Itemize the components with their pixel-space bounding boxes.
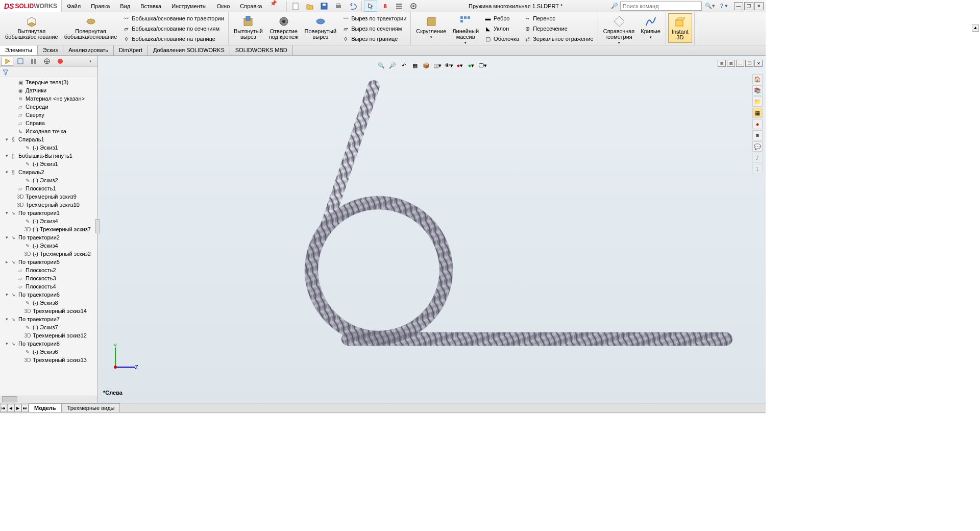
help-icon[interactable]: ? ▾ <box>720 3 728 9</box>
doc-minimize[interactable]: — <box>736 60 744 67</box>
tree-item[interactable]: ▱Сверху <box>0 111 97 119</box>
status-help-icon[interactable]: ⊘ <box>758 413 763 414</box>
feature-tree[interactable]: ▲ ▣Твердые тела(3)◉Датчики≋Материал <не … <box>0 77 97 396</box>
draft-button[interactable]: ◣Уклон <box>482 24 521 33</box>
display-manager-tab[interactable] <box>54 57 66 66</box>
curves-button[interactable]: Кривые▾ <box>638 13 664 42</box>
rebuild-button[interactable]: 8 <box>378 1 391 12</box>
tab-sketch[interactable]: Эскиз <box>38 45 63 55</box>
cut-extrude-button[interactable]: Вытянутый вырез <box>231 13 266 42</box>
tree-item[interactable]: ▾§Спираль2 <box>0 168 97 176</box>
design-library-icon[interactable]: 📚 <box>752 85 763 95</box>
resources-icon[interactable]: 🏠 <box>752 74 763 84</box>
tree-item[interactable]: 3DТрехмерный эскиз12 <box>0 331 97 340</box>
view-palette-icon[interactable]: ▦ <box>752 108 763 118</box>
minimize-button[interactable]: — <box>734 2 743 10</box>
options-button[interactable] <box>393 1 406 12</box>
tab-nav-first[interactable]: ⏮ <box>0 404 7 412</box>
status-arrow-icon[interactable]: ▴ <box>753 413 756 414</box>
expand-tab[interactable]: › <box>84 57 96 66</box>
extrude-boss-button[interactable]: Вытянутая бобышка/основание <box>2 13 61 42</box>
tree-item[interactable]: ✎(-) Эскиз7 <box>0 323 97 331</box>
tree-item[interactable]: 3DТрехмерный эскиз9 <box>0 192 97 201</box>
tree-item[interactable]: ✎(-) Эскиз8 <box>0 299 97 307</box>
tree-item[interactable]: ✎(-) Эскиз4 <box>0 217 97 225</box>
splitter-handle[interactable] <box>95 219 100 233</box>
tree-item[interactable]: ▱Плоскость3 <box>0 274 97 282</box>
undo-button[interactable] <box>346 1 359 12</box>
print-button[interactable] <box>332 1 345 12</box>
tab-nav-prev[interactable]: ◀ <box>7 404 14 412</box>
loft-boss-button[interactable]: ▱Бобышка/основание по сечениям <box>120 24 226 33</box>
hole-wizard-button[interactable]: Отверстие под крепеж <box>266 13 302 42</box>
search-glass-icon[interactable]: 🔍▾ <box>705 3 715 9</box>
tree-item[interactable]: ◉Датчики <box>0 86 97 94</box>
select-button[interactable] <box>364 1 377 12</box>
appearances-icon[interactable]: ● <box>752 119 763 129</box>
cut-sweep-button[interactable]: 〰Вырез по траектории <box>339 14 408 23</box>
tree-item[interactable]: ✎(-) Эскиз1 <box>0 143 97 152</box>
tab-addins[interactable]: Добавления SOLIDWORKS <box>148 45 230 55</box>
tab-evaluate[interactable]: Анализировать <box>63 45 114 55</box>
instant-3d-button[interactable]: Instant 3D <box>668 13 692 43</box>
doc-restore[interactable]: ❐ <box>745 60 753 67</box>
close-button[interactable]: ✕ <box>754 2 764 10</box>
tree-item[interactable]: ▱Спереди <box>0 103 97 111</box>
tree-item[interactable]: ▾∿По траектории6 <box>0 291 97 299</box>
tree-item[interactable]: ↳Исходная точка <box>0 127 97 135</box>
tab-mbd[interactable]: SOLIDWORKS MBD <box>230 45 293 55</box>
tree-item[interactable]: ▾∿По траектории1 <box>0 209 97 217</box>
view-triad[interactable]: Y Z <box>108 344 139 374</box>
ref-geometry-button[interactable]: Справочная геометрия▾ <box>600 13 638 47</box>
tree-item[interactable]: 3D(-) Трехмерный эскиз2 <box>0 250 97 258</box>
dimxpert-manager-tab[interactable] <box>41 57 53 66</box>
tree-item[interactable]: ≋Материал <не указан> <box>0 94 97 103</box>
intersect-button[interactable]: ⊗Пересечение <box>521 24 596 33</box>
menu-help[interactable]: Справка <box>235 0 267 12</box>
menu-window[interactable]: Окно <box>212 0 235 12</box>
menu-insert[interactable]: Вставка <box>135 0 166 12</box>
custom-props-icon[interactable]: ≡ <box>752 130 763 140</box>
tree-item[interactable]: ▾▯Бобышка-Вытянуть1 <box>0 152 97 160</box>
revolve-boss-button[interactable]: Повернутая бобышка/основание <box>61 13 120 42</box>
forum-icon[interactable]: 💬 <box>752 141 763 152</box>
property-manager-tab[interactable] <box>14 57 27 66</box>
boundary-boss-button[interactable]: ◊Бобышка/основание на границе <box>120 34 226 43</box>
sel1-icon[interactable]: ⤴ <box>752 153 763 163</box>
tree-item[interactable]: ✎(-) Эскиз2 <box>0 176 97 184</box>
tree-item[interactable]: 3DТрехмерный эскиз14 <box>0 307 97 315</box>
tree-item[interactable]: ▣Твердые тела(3) <box>0 78 97 86</box>
feature-tree-tab[interactable] <box>1 57 13 66</box>
tree-item[interactable]: 3D(-) Трехмерный эскиз7 <box>0 225 97 233</box>
tree-item[interactable]: 3DТрехмерный эскиз13 <box>0 356 97 364</box>
cut-boundary-button[interactable]: ◊Вырез по границе <box>339 34 408 43</box>
cut-loft-button[interactable]: ▱Вырез по сечениям <box>339 24 408 33</box>
menu-file[interactable]: Файл <box>62 0 86 12</box>
sel2-icon[interactable]: ⤵ <box>752 164 763 174</box>
model-tab[interactable]: Модель <box>29 403 62 412</box>
tab-features[interactable]: Элементы <box>0 45 38 55</box>
menu-view[interactable]: Вид <box>115 0 135 12</box>
tree-item[interactable]: ✎(-) Эскиз6 <box>0 348 97 356</box>
tree-item[interactable]: ▾∿По траектории2 <box>0 233 97 242</box>
tree-hscroll[interactable] <box>0 396 97 403</box>
tree-item[interactable]: 3DТрехмерный эскиз10 <box>0 201 97 209</box>
open-button[interactable] <box>303 1 316 12</box>
mirror-button[interactable]: ⇄Зеркальное отражение <box>521 34 596 43</box>
restore-button[interactable]: ❐ <box>744 2 753 10</box>
cut-revolve-button[interactable]: Повернутый вырез <box>301 13 339 42</box>
tree-filter[interactable] <box>0 67 97 77</box>
tab-dimxpert[interactable]: DimXpert <box>114 45 148 55</box>
tree-item[interactable]: ▾∿По траектории8 <box>0 340 97 348</box>
menu-edit[interactable]: Правка <box>86 0 115 12</box>
linear-pattern-button[interactable]: Линейный массив▾ <box>449 13 482 47</box>
move-button[interactable]: ↔Перенос <box>521 14 596 23</box>
tab-nav-next[interactable]: ▶ <box>14 404 21 412</box>
tree-item[interactable]: ▱Справа <box>0 119 97 127</box>
sweep-boss-button[interactable]: 〰Бобышка/основание по траектории <box>120 14 226 23</box>
tree-item[interactable]: ▱Плоскость4 <box>0 282 97 291</box>
graphics-area[interactable]: 🔍 🔎 ↶ ▦ 📦 ◫▾ 👁▾ ●▾ ●▾ 🖵▾ ⊞ ⊟ — ❐ ✕ 🏠 📚 📁… <box>98 56 766 403</box>
tab-nav-last[interactable]: ⏭ <box>21 404 29 412</box>
new-button[interactable] <box>289 1 302 12</box>
3dviews-tab[interactable]: Трехмерные виды <box>62 403 120 412</box>
